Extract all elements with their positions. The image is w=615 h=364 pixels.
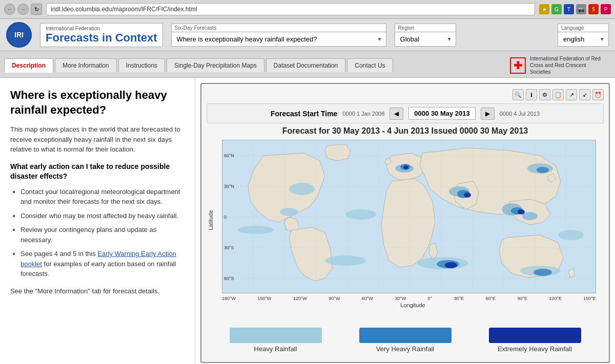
extension-icons: ★ G T 📷 5 P [539, 4, 611, 14]
tab-instructions[interactable]: Instructions [118, 58, 165, 72]
red-cross-symbol: ✚ [510, 57, 526, 74]
right-panel: 🔍 ℹ ⚙ 📋 ↗ ↙ ⏰ Forecast Start Time 0000 1… [195, 78, 615, 364]
app-title: Forecasts in Context [46, 31, 157, 45]
svg-point-49 [537, 167, 549, 173]
ext-2[interactable]: T [564, 4, 574, 14]
booklet-link[interactable]: Early Warning Early Action booklet [20, 250, 176, 268]
browser-toolbar: ← → ↻ ★ G T 📷 5 P [0, 0, 615, 18]
legend-label-extremely-heavy: Extremely Heavy Rainfall [498, 345, 572, 353]
region-label: Region [395, 24, 456, 32]
action-heading: What early action can I take to reduce p… [10, 162, 184, 182]
svg-point-35 [345, 209, 376, 220]
download-button[interactable]: ↙ [579, 89, 590, 100]
zoom-button[interactable]: 🔍 [512, 89, 524, 100]
legend-label-heavy: Heavy Rainfall [254, 345, 297, 353]
list-item: Consider who may be most affected by hea… [20, 211, 184, 221]
ext-star[interactable]: ★ [539, 4, 549, 14]
language-select-wrapper: english [558, 32, 609, 47]
nav-buttons: ← → ↻ [4, 4, 42, 15]
left-panel: Where is exceptionally heavy rainfall ex… [0, 78, 195, 364]
x-axis-label: Longitude [222, 302, 604, 308]
address-bar[interactable] [46, 3, 535, 15]
main-heading: Where is exceptionally heavy rainfall ex… [10, 88, 184, 117]
list-item: Contact your local/regional meteorologic… [20, 187, 184, 207]
forecast-time-next: 0000 4 Jul 2013 [500, 111, 540, 117]
description-text: This map shows places in the world that … [10, 124, 184, 155]
svg-rect-63 [489, 328, 581, 343]
world-map-svg: 60°N 30°N 0 30°S 60°S [222, 140, 596, 293]
svg-point-52 [464, 192, 471, 198]
forecast-title: Forecast for 30 May 2013 - 4 Jun 2013 Is… [207, 126, 604, 136]
x-axis-ticks: 180°W150°W120°W90°W60°W30°W0°30°E60°E90°… [222, 296, 596, 301]
tab-more-information[interactable]: More Information [55, 58, 117, 72]
rc-logo-area: ✚ International Federation of Red Cross … [506, 53, 611, 77]
next-time-button[interactable]: ▶ [481, 108, 495, 120]
svg-point-53 [518, 209, 525, 215]
svg-point-34 [280, 208, 298, 216]
svg-point-55 [445, 262, 457, 268]
y-axis-label: Latitude [208, 210, 214, 230]
ext-3[interactable]: 📷 [576, 4, 586, 14]
forecast-time-prev: 0000 1 Jan 2008 [342, 111, 384, 117]
forecast-time-label: Forecast Start Time [271, 110, 337, 118]
legend-item-very-heavy: Very Heavy Rainfall [359, 328, 452, 353]
tab-contact[interactable]: Contact Us [347, 58, 393, 72]
language-dropdown[interactable]: english [558, 32, 609, 47]
clipboard-button[interactable]: 📋 [552, 89, 564, 100]
svg-rect-62 [359, 328, 452, 343]
svg-text:30°S: 30°S [224, 245, 234, 250]
svg-text:60°N: 60°N [224, 153, 234, 158]
six-day-label: Six-Day Forecasts [171, 24, 386, 32]
svg-point-39 [238, 226, 274, 234]
svg-text:60°S: 60°S [224, 276, 234, 281]
app-header: IRI International Federation Forecasts i… [0, 19, 615, 51]
svg-point-33 [289, 183, 315, 195]
legend-swatch-extremely-heavy [489, 328, 581, 343]
map-container: 🔍 ℹ ⚙ 📋 ↗ ↙ ⏰ Forecast Start Time 0000 1… [200, 83, 610, 363]
iri-logo: IRI [6, 22, 32, 48]
settings-button[interactable]: ⚙ [539, 89, 550, 100]
footer-note: See the "More Information" tab for forec… [10, 286, 184, 296]
ext-5[interactable]: P [601, 4, 611, 14]
svg-point-40 [558, 230, 584, 240]
ext-4[interactable]: 5 [588, 4, 599, 14]
forecast-select-wrapper: Where is exceptionally heavy rainfall ex… [171, 32, 386, 47]
tab-dataset[interactable]: Dataset Documentation [266, 58, 345, 72]
list-item: Review your contingency plans and update… [20, 225, 184, 245]
svg-point-38 [522, 212, 538, 220]
share-button[interactable]: ↗ [566, 89, 577, 100]
svg-text:0: 0 [224, 215, 227, 220]
forecast-dropdown[interactable]: Where is exceptionally heavy rainfall ex… [171, 32, 386, 47]
tab-description[interactable]: Description [4, 58, 53, 73]
region-dropdown[interactable]: Global [395, 32, 456, 47]
map-toolbar: 🔍 ℹ ⚙ 📋 ↗ ↙ ⏰ [207, 89, 604, 100]
time-button[interactable]: ⏰ [592, 89, 604, 100]
svg-point-51 [534, 269, 552, 276]
legend-label-very-heavy: Very Heavy Rainfall [376, 345, 434, 353]
rc-org-text: International Federation of Red Cross an… [530, 55, 607, 75]
map-legend: Heavy Rainfall Very Heavy Rainfall Extre… [207, 324, 604, 357]
prev-time-button[interactable]: ◀ [389, 108, 403, 120]
refresh-button[interactable]: ↻ [31, 4, 42, 15]
legend-item-heavy: Heavy Rainfall [230, 328, 322, 353]
svg-point-41 [325, 255, 366, 266]
svg-marker-4 [325, 144, 351, 161]
browser-chrome: ← → ↻ ★ G T 📷 5 P [0, 0, 615, 19]
back-button[interactable]: ← [4, 4, 15, 15]
ext-1[interactable]: G [551, 4, 562, 14]
institution-label: International Federation [46, 26, 157, 31]
legend-swatch-heavy [230, 328, 322, 343]
main-content: Where is exceptionally heavy rainfall ex… [0, 78, 615, 364]
legend-item-extremely-heavy: Extremely Heavy Rainfall [489, 328, 581, 353]
language-label: Language [558, 24, 609, 32]
list-item: See pages 4 and 5 in this Early Warning … [20, 249, 184, 279]
action-list: Contact your local/regional meteorologic… [10, 187, 184, 279]
info-button[interactable]: ℹ [526, 89, 537, 100]
forward-button[interactable]: → [17, 4, 29, 15]
iri-logo-text: IRI [14, 31, 24, 39]
forecast-time-bar: Forecast Start Time 0000 1 Jan 2008 ◀ 00… [207, 103, 604, 123]
legend-swatch-very-heavy [359, 328, 452, 343]
svg-rect-61 [230, 328, 322, 343]
svg-text:30°N: 30°N [224, 184, 234, 189]
tab-single-day[interactable]: Single-Day Precipitation Maps [167, 58, 264, 72]
